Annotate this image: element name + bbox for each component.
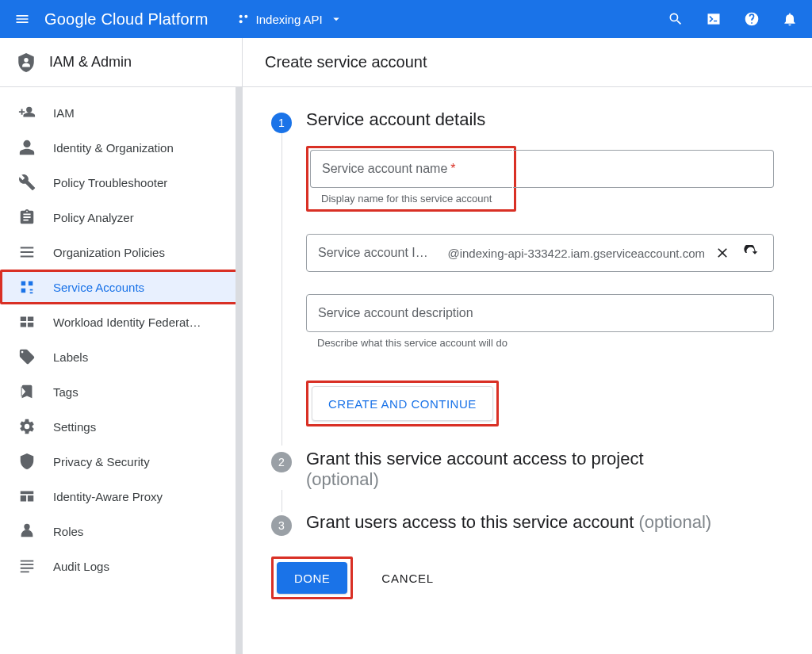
search-button[interactable]: [660, 3, 691, 35]
svg-point-1: [244, 15, 247, 18]
step-1-badge: 1: [271, 113, 292, 133]
sidebar-item-policy-analyzer[interactable]: Policy Analyzer: [0, 200, 242, 235]
sidebar-item-label: Roles: [53, 525, 83, 538]
sidebar-item-label: IAM: [53, 106, 75, 120]
sidebar-item-labels[interactable]: Labels: [0, 339, 242, 374]
sidebar-item-label: Audit Logs: [53, 560, 109, 573]
sidebar-item-label: Identity-Aware Proxy: [53, 490, 163, 503]
done-button[interactable]: DONE: [277, 562, 347, 594]
sidebar-section-header: IAM & Admin: [0, 38, 242, 87]
sidebar-item-audit-logs[interactable]: Audit Logs: [0, 549, 242, 583]
hamburger-icon: [14, 11, 30, 27]
step-3-title: Grant users access to this service accou…: [306, 512, 711, 533]
sidebar-item-label: Identity & Organization: [53, 141, 174, 155]
service-account-icon: [18, 278, 36, 296]
tag-icon: [18, 348, 36, 365]
sidebar-scroll[interactable]: IAM Identity & Organization Policy Troub…: [0, 87, 242, 654]
sidebar-item-iam[interactable]: IAM: [0, 95, 242, 130]
step-2-title: Grant this service account access to pro…: [306, 449, 644, 490]
sidebar-item-label: Organization Policies: [53, 246, 165, 259]
wrench-icon: [18, 174, 36, 191]
step-2-badge: 2: [271, 452, 292, 472]
svg-point-3: [24, 58, 28, 62]
roles-icon: [18, 522, 36, 540]
sidebar-item-privacy-security[interactable]: Privacy & Security: [0, 444, 242, 479]
service-account-name-helper: Display name for this service account: [310, 188, 512, 205]
service-account-name-input[interactable]: Service account name*: [310, 150, 512, 188]
svg-point-0: [239, 15, 242, 18]
sidebar-item-label: Tags: [53, 385, 79, 399]
person-icon: [18, 139, 36, 156]
sidebar-item-policy-troubleshooter[interactable]: Policy Troubleshooter: [0, 165, 242, 200]
project-name: Indexing API: [256, 13, 323, 26]
sidebar-item-workload-identity[interactable]: Workload Identity Federat…: [0, 304, 242, 339]
refresh-icon: [743, 245, 759, 261]
cloud-shell-icon: [706, 11, 722, 27]
gear-icon: [18, 418, 36, 435]
service-account-id-suffix: @indexing-api-333422.iam.gserviceaccount…: [447, 247, 705, 260]
sidebar-item-label: Policy Troubleshooter: [53, 176, 167, 189]
list-icon: [18, 243, 36, 261]
iam-admin-icon: [16, 52, 36, 73]
svg-point-2: [239, 20, 242, 23]
step-3-badge: 3: [271, 515, 292, 536]
cloud-shell-button[interactable]: [698, 3, 730, 35]
sidebar-item-identity-organization[interactable]: Identity & Organization: [0, 130, 242, 165]
sidebar-item-label: Privacy & Security: [53, 455, 150, 469]
notifications-button[interactable]: [774, 3, 806, 35]
sidebar-item-label: Policy Analyzer: [53, 211, 134, 224]
service-account-id-input[interactable]: Service account I… @indexing-api-333422.…: [306, 234, 774, 272]
chevron-down-icon: [329, 12, 343, 26]
bookmark-icon: [18, 383, 36, 400]
appbar: Google Cloud Platform Indexing API: [0, 0, 812, 38]
sidebar-item-tags[interactable]: Tags: [0, 374, 242, 409]
service-account-description-helper: Describe what this service account will …: [306, 332, 790, 349]
sidebar-item-label: Labels: [53, 350, 88, 364]
iap-icon: [18, 488, 36, 505]
logs-icon: [18, 557, 36, 575]
sidebar-item-settings[interactable]: Settings: [0, 409, 242, 444]
main-panel: Create service account 1 Service account…: [243, 38, 812, 654]
sidebar-item-label: Service Accounts: [53, 281, 144, 294]
step-1-title: Service account details: [306, 109, 485, 130]
create-and-continue-button[interactable]: CREATE AND CONTINUE: [312, 386, 493, 421]
help-icon: [744, 11, 760, 27]
regenerate-id-button[interactable]: [740, 242, 762, 264]
service-account-description-input[interactable]: Service account description: [306, 294, 774, 332]
bell-icon: [782, 11, 798, 27]
project-picker[interactable]: Indexing API: [229, 9, 351, 29]
federation-icon: [18, 313, 36, 331]
brand-label: Google Cloud Platform: [44, 10, 209, 29]
sidebar-item-service-accounts[interactable]: Service Accounts: [0, 270, 242, 304]
shield-icon: [18, 453, 36, 470]
sidebar-item-roles[interactable]: Roles: [0, 514, 242, 549]
search-icon: [668, 11, 684, 27]
sidebar-item-organization-policies[interactable]: Organization Policies: [0, 235, 242, 270]
project-dots-icon: [237, 13, 250, 25]
sidebar-section-title: IAM & Admin: [49, 54, 132, 71]
close-icon: [714, 245, 730, 261]
nav-menu-button[interactable]: [6, 3, 38, 35]
sidebar: IAM & Admin IAM Identity & Organization …: [0, 38, 243, 654]
sidebar-item-label: Workload Identity Federat…: [53, 316, 201, 329]
help-button[interactable]: [736, 3, 768, 35]
page-title: Create service account: [243, 38, 812, 87]
sidebar-item-label: Settings: [53, 420, 96, 434]
clear-id-button[interactable]: [711, 242, 733, 264]
clipboard-icon: [18, 208, 36, 226]
person-add-icon: [18, 104, 36, 121]
sidebar-item-iap[interactable]: Identity-Aware Proxy: [0, 479, 242, 514]
cancel-button[interactable]: CANCEL: [366, 562, 450, 594]
